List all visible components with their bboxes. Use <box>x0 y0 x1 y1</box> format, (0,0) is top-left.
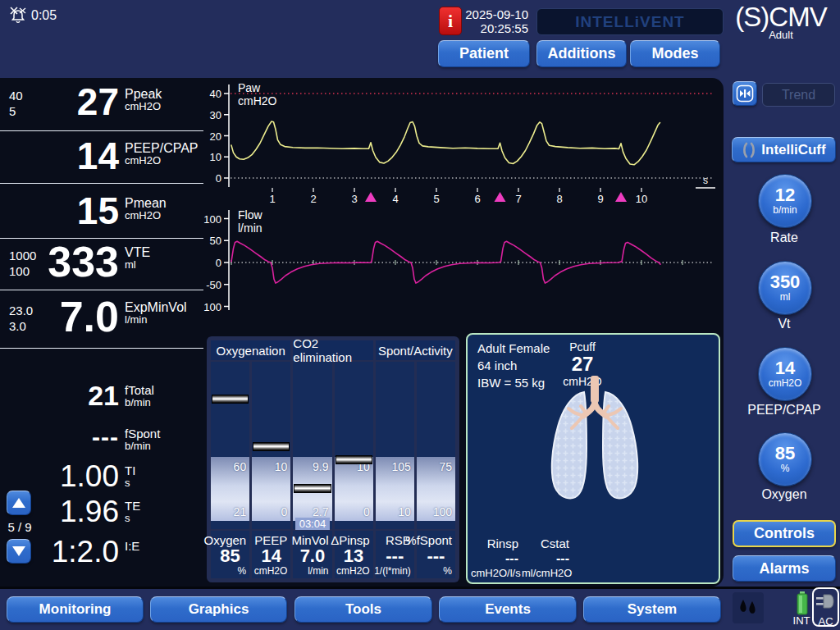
drops-icon <box>737 598 759 618</box>
vte-label: VTE <box>125 245 150 259</box>
ppeak-limit-high: 40 <box>9 88 23 103</box>
monitor-value-oxygen: Oxygen85% <box>211 531 249 578</box>
param-row-ti: 1.00 TIs <box>0 459 203 494</box>
svg-text:3: 3 <box>351 193 357 205</box>
vte-limit-low: 100 <box>9 263 36 279</box>
intellicuff-button[interactable]: IntelliCuff <box>732 137 836 162</box>
patient-button[interactable]: Patient <box>438 40 530 67</box>
group-title-co2: CO2 elimination <box>293 340 372 360</box>
paw-chart-label: Paw <box>238 81 260 94</box>
bar-indicator <box>253 442 290 451</box>
fspont-unit: b/min <box>125 441 160 452</box>
monitor-bar-minvol: 9.9 2.7 03:04 <box>293 362 331 529</box>
ppeak-limit-low: 5 <box>9 103 23 119</box>
param-row-ppeak: 405 27 PpeakcmH2O <box>0 78 203 131</box>
flow-chart-label: Flow <box>238 208 262 221</box>
humidifier-status <box>733 592 764 623</box>
ftotal-value: 21 <box>88 380 119 412</box>
events-tab[interactable]: Events <box>439 596 577 623</box>
plug-icon <box>815 591 837 612</box>
ppeak-unit: cmH2O <box>125 101 162 112</box>
modes-button[interactable]: Modes <box>630 40 720 67</box>
svg-text:-50: -50 <box>206 279 221 291</box>
param-row-pmean: 15 PmeancmH2O <box>0 183 203 239</box>
svg-text:50: 50 <box>210 235 221 247</box>
pmean-label: Pmean <box>125 196 167 210</box>
peep-knob[interactable]: 14 cmH2O <box>758 347 812 401</box>
monitor-value-minvol: MinVol7.0l/min <box>293 531 331 578</box>
ac-label: AC <box>814 615 838 628</box>
target-graphics-panel: Oxygenation CO2 elimination Spont/Activi… <box>207 336 459 582</box>
page-indicator: 5 / 9 <box>3 520 36 534</box>
vte-value: 333 <box>48 237 119 286</box>
rate-knob[interactable]: 12 b/min <box>758 174 812 228</box>
patient-type: Adult Female <box>477 340 550 357</box>
group-title-spont: Spont/Activity <box>376 340 455 360</box>
page-up-button[interactable] <box>7 491 31 515</box>
ie-label: I:E <box>125 539 139 553</box>
svg-text:0: 0 <box>216 257 221 269</box>
datetime: 2025-09-10 20:25:55 <box>458 7 528 35</box>
svg-text:8: 8 <box>556 193 562 205</box>
flow-waveform-chart: -100-50050100 <box>203 205 724 335</box>
monitor-bar-oxygen: 60 21 <box>211 362 249 529</box>
system-tab[interactable]: System <box>583 596 721 623</box>
monitor-bar-dpinsp: 10 0 <box>335 362 373 529</box>
ti-value: 1.00 <box>60 459 119 494</box>
svg-text:10: 10 <box>210 151 221 163</box>
svg-text:9: 9 <box>597 193 603 205</box>
peep-value: 14 <box>77 134 119 178</box>
bar-indicator <box>336 455 372 464</box>
vte-unit: ml <box>125 259 150 271</box>
alarms-button[interactable]: Alarms <box>733 555 836 582</box>
controls-button[interactable]: Controls <box>733 520 836 547</box>
cuff-icon <box>742 142 756 158</box>
param-row-expminvol: 23.03.0 7.0 ExpMinVoll/min <box>0 290 203 349</box>
te-value: 1.96 <box>60 495 119 529</box>
svg-text:s: s <box>703 175 708 186</box>
page-down-button[interactable] <box>7 539 31 564</box>
fspont-value: --- <box>92 423 119 451</box>
monitor-group-titles: Oxygenation CO2 elimination Spont/Activi… <box>211 340 455 360</box>
ac-power-indicator: AC <box>812 587 839 627</box>
vt-knob-label: Vt <box>730 317 838 331</box>
monitoring-tab[interactable]: Monitoring <box>7 596 144 623</box>
peep-knob-label: PEEP/CPAP <box>730 403 838 418</box>
bar-indicator <box>212 395 249 404</box>
freeze-button[interactable] <box>733 81 757 106</box>
oxygen-knob-label: Oxygen <box>730 487 838 502</box>
vt-knob[interactable]: 350 ml <box>758 261 812 315</box>
additions-button[interactable]: Additions <box>536 40 627 67</box>
time: 20:25:55 <box>458 21 528 35</box>
rinsp-readout: Rinsp --- cmH2O/l/s <box>471 536 518 579</box>
pmean-unit: cmH2O <box>125 210 167 221</box>
ppeak-value: 27 <box>77 80 119 124</box>
flow-chart-unit: l/min <box>238 221 262 235</box>
graphics-tab[interactable]: Graphics <box>150 596 287 623</box>
svg-text:1: 1 <box>269 193 275 205</box>
ppeak-label: Ppeak <box>125 87 162 101</box>
svg-text:20: 20 <box>210 130 221 143</box>
fspont-label: fSpont <box>125 427 160 441</box>
alarm-silence-icon[interactable] <box>8 6 28 25</box>
expminvol-label: ExpMinVol <box>125 300 187 314</box>
intellivent-button[interactable]: INTELLiVENT <box>536 8 724 35</box>
minvol-timer-badge: 03:04 <box>295 518 329 530</box>
svg-text:4: 4 <box>392 193 398 205</box>
freeze-icon <box>735 84 755 103</box>
expminvol-value: 7.0 <box>60 292 119 341</box>
tools-tab[interactable]: Tools <box>294 596 432 623</box>
monitor-bar-peep: 10 0 <box>252 362 290 529</box>
svg-text:30: 30 <box>210 109 221 121</box>
patient-group: Adult <box>727 29 835 41</box>
oxygen-knob[interactable]: 85 % <box>758 432 812 486</box>
dynamic-lung-panel: Adult Female 64 inch IBW = 55 kg Pcuff 2… <box>466 333 720 584</box>
param-row-fspont: --- fSpontb/min <box>0 423 203 459</box>
patient-height: 64 inch <box>477 357 550 374</box>
svg-text:40: 40 <box>210 88 221 100</box>
param-row-vte: 1000100 333 VTEml <box>0 238 203 290</box>
up-arrow-icon <box>12 498 25 508</box>
down-arrow-icon <box>12 546 25 556</box>
trend-button[interactable]: Trend <box>762 83 835 107</box>
paw-chart-unit: cmH2O <box>238 94 276 107</box>
